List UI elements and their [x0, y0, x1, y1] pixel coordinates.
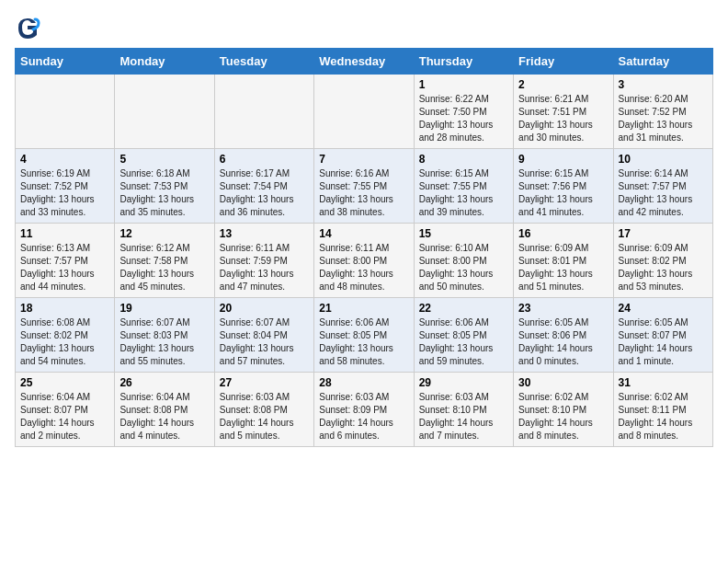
calendar-cell: 27Sunrise: 6:03 AM Sunset: 8:08 PM Dayli…: [214, 373, 313, 447]
calendar-cell: 13Sunrise: 6:11 AM Sunset: 7:59 PM Dayli…: [214, 224, 313, 298]
day-info: Sunrise: 6:03 AM Sunset: 8:10 PM Dayligh…: [419, 391, 508, 442]
day-number: 31: [619, 376, 708, 389]
day-number: 26: [119, 376, 209, 389]
calendar-table: SundayMondayTuesdayWednesdayThursdayFrid…: [15, 48, 713, 447]
calendar-cell: 19Sunrise: 6:07 AM Sunset: 8:03 PM Dayli…: [115, 298, 214, 373]
calendar-cell: 29Sunrise: 6:03 AM Sunset: 8:10 PM Dayli…: [414, 373, 513, 447]
day-info: Sunrise: 6:09 AM Sunset: 8:01 PM Dayligh…: [518, 242, 608, 293]
calendar-cell: 25Sunrise: 6:04 AM Sunset: 8:07 PM Dayli…: [16, 373, 115, 447]
weekday-header: Sunday: [16, 49, 115, 75]
day-info: Sunrise: 6:11 AM Sunset: 7:59 PM Dayligh…: [220, 242, 309, 293]
calendar-cell: 9Sunrise: 6:15 AM Sunset: 7:56 PM Daylig…: [514, 149, 613, 224]
day-info: Sunrise: 6:05 AM Sunset: 8:07 PM Dayligh…: [619, 316, 708, 368]
day-info: Sunrise: 6:07 AM Sunset: 8:03 PM Dayligh…: [119, 316, 209, 368]
day-info: Sunrise: 6:02 AM Sunset: 8:11 PM Dayligh…: [619, 391, 708, 442]
day-info: Sunrise: 6:05 AM Sunset: 8:06 PM Dayligh…: [518, 316, 608, 368]
day-number: 27: [220, 376, 309, 389]
day-number: 3: [619, 78, 708, 91]
calendar-cell: 4Sunrise: 6:19 AM Sunset: 7:52 PM Daylig…: [16, 149, 115, 224]
day-number: 14: [319, 227, 408, 240]
day-info: Sunrise: 6:11 AM Sunset: 8:00 PM Dayligh…: [319, 242, 408, 293]
day-number: 12: [119, 227, 209, 240]
calendar-cell: 7Sunrise: 6:16 AM Sunset: 7:55 PM Daylig…: [314, 149, 414, 224]
calendar-cell: 22Sunrise: 6:06 AM Sunset: 8:05 PM Dayli…: [414, 298, 513, 373]
calendar-week-row: 1Sunrise: 6:22 AM Sunset: 7:50 PM Daylig…: [16, 75, 713, 149]
day-info: Sunrise: 6:04 AM Sunset: 8:08 PM Dayligh…: [119, 391, 209, 442]
calendar-cell: 11Sunrise: 6:13 AM Sunset: 7:57 PM Dayli…: [16, 224, 115, 298]
calendar-week-row: 18Sunrise: 6:08 AM Sunset: 8:02 PM Dayli…: [16, 298, 713, 373]
day-number: 23: [518, 302, 608, 315]
day-info: Sunrise: 6:15 AM Sunset: 7:56 PM Dayligh…: [518, 167, 608, 219]
day-info: Sunrise: 6:15 AM Sunset: 7:55 PM Dayligh…: [419, 167, 508, 219]
day-number: 30: [518, 376, 608, 389]
weekday-header: Saturday: [613, 49, 712, 75]
weekday-header: Monday: [115, 49, 214, 75]
day-info: Sunrise: 6:21 AM Sunset: 7:51 PM Dayligh…: [518, 93, 608, 144]
day-info: Sunrise: 6:09 AM Sunset: 8:02 PM Dayligh…: [619, 242, 708, 293]
day-number: 2: [518, 78, 608, 91]
day-number: 5: [119, 153, 209, 166]
weekday-header: Friday: [514, 49, 613, 75]
calendar-cell: 21Sunrise: 6:06 AM Sunset: 8:05 PM Dayli…: [314, 298, 414, 373]
calendar-cell: 15Sunrise: 6:10 AM Sunset: 8:00 PM Dayli…: [414, 224, 513, 298]
calendar-cell: 17Sunrise: 6:09 AM Sunset: 8:02 PM Dayli…: [613, 224, 712, 298]
day-info: Sunrise: 6:03 AM Sunset: 8:09 PM Dayligh…: [319, 391, 408, 442]
logo: [15, 15, 42, 40]
day-info: Sunrise: 6:08 AM Sunset: 8:02 PM Dayligh…: [20, 316, 109, 368]
day-number: 21: [319, 302, 408, 315]
calendar-week-row: 4Sunrise: 6:19 AM Sunset: 7:52 PM Daylig…: [16, 149, 713, 224]
day-info: Sunrise: 6:10 AM Sunset: 8:00 PM Dayligh…: [419, 242, 508, 293]
day-number: 7: [319, 153, 408, 166]
day-info: Sunrise: 6:12 AM Sunset: 7:58 PM Dayligh…: [119, 242, 209, 293]
day-info: Sunrise: 6:18 AM Sunset: 7:53 PM Dayligh…: [119, 167, 209, 219]
day-info: Sunrise: 6:03 AM Sunset: 8:08 PM Dayligh…: [220, 391, 309, 442]
day-info: Sunrise: 6:13 AM Sunset: 7:57 PM Dayligh…: [20, 242, 109, 293]
day-number: 24: [619, 302, 708, 315]
day-number: 4: [20, 153, 109, 166]
day-number: 19: [119, 302, 209, 315]
calendar-cell: 5Sunrise: 6:18 AM Sunset: 7:53 PM Daylig…: [115, 149, 214, 224]
calendar-cell: 10Sunrise: 6:14 AM Sunset: 7:57 PM Dayli…: [613, 149, 712, 224]
day-number: 1: [419, 78, 508, 91]
calendar-cell: 23Sunrise: 6:05 AM Sunset: 8:06 PM Dayli…: [514, 298, 613, 373]
logo-icon: [15, 15, 40, 40]
day-number: 6: [220, 153, 309, 166]
calendar-cell: 1Sunrise: 6:22 AM Sunset: 7:50 PM Daylig…: [414, 75, 513, 149]
day-number: 18: [20, 302, 109, 315]
weekday-header: Thursday: [414, 49, 513, 75]
weekday-header: Wednesday: [314, 49, 414, 75]
day-info: Sunrise: 6:02 AM Sunset: 8:10 PM Dayligh…: [518, 391, 608, 442]
day-info: Sunrise: 6:07 AM Sunset: 8:04 PM Dayligh…: [220, 316, 309, 368]
calendar-cell: 14Sunrise: 6:11 AM Sunset: 8:00 PM Dayli…: [314, 224, 414, 298]
calendar-cell: [314, 75, 414, 149]
calendar-cell: 12Sunrise: 6:12 AM Sunset: 7:58 PM Dayli…: [115, 224, 214, 298]
day-info: Sunrise: 6:22 AM Sunset: 7:50 PM Dayligh…: [419, 93, 508, 144]
calendar-cell: 16Sunrise: 6:09 AM Sunset: 8:01 PM Dayli…: [514, 224, 613, 298]
day-info: Sunrise: 6:17 AM Sunset: 7:54 PM Dayligh…: [220, 167, 309, 219]
calendar-cell: [16, 75, 115, 149]
day-number: 17: [619, 227, 708, 240]
calendar-cell: 30Sunrise: 6:02 AM Sunset: 8:10 PM Dayli…: [514, 373, 613, 447]
calendar-cell: [115, 75, 214, 149]
calendar-week-row: 11Sunrise: 6:13 AM Sunset: 7:57 PM Dayli…: [16, 224, 713, 298]
weekday-header-row: SundayMondayTuesdayWednesdayThursdayFrid…: [16, 49, 713, 75]
day-info: Sunrise: 6:16 AM Sunset: 7:55 PM Dayligh…: [319, 167, 408, 219]
day-number: 10: [619, 153, 708, 166]
weekday-header: Tuesday: [214, 49, 313, 75]
day-number: 13: [220, 227, 309, 240]
day-number: 20: [220, 302, 309, 315]
calendar-cell: 24Sunrise: 6:05 AM Sunset: 8:07 PM Dayli…: [613, 298, 712, 373]
day-number: 29: [419, 376, 508, 389]
calendar-cell: 3Sunrise: 6:20 AM Sunset: 7:52 PM Daylig…: [613, 75, 712, 149]
day-number: 11: [20, 227, 109, 240]
day-info: Sunrise: 6:06 AM Sunset: 8:05 PM Dayligh…: [419, 316, 508, 368]
day-info: Sunrise: 6:04 AM Sunset: 8:07 PM Dayligh…: [20, 391, 109, 442]
day-number: 28: [319, 376, 408, 389]
day-number: 8: [419, 153, 508, 166]
calendar-cell: 6Sunrise: 6:17 AM Sunset: 7:54 PM Daylig…: [214, 149, 313, 224]
calendar-cell: 28Sunrise: 6:03 AM Sunset: 8:09 PM Dayli…: [314, 373, 414, 447]
day-number: 15: [419, 227, 508, 240]
day-number: 16: [518, 227, 608, 240]
calendar-cell: 8Sunrise: 6:15 AM Sunset: 7:55 PM Daylig…: [414, 149, 513, 224]
day-number: 22: [419, 302, 508, 315]
